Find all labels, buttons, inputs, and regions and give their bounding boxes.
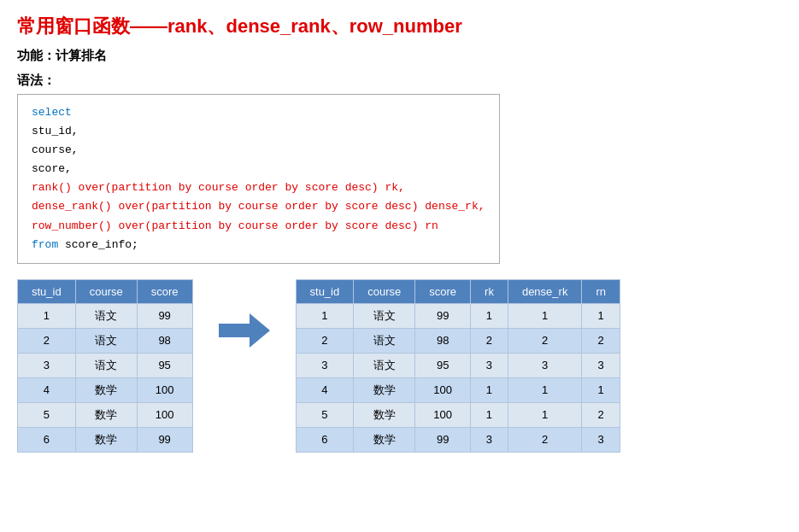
table-cell: 数学 [354, 377, 415, 402]
table-cell: 5 [296, 402, 354, 427]
table-row: 5数学100 [18, 402, 193, 427]
table-cell: 95 [137, 353, 192, 377]
right-table: stu_idcoursescorerkdense_rkrn1语文991112语文… [296, 279, 620, 453]
table-cell: 语文 [354, 353, 415, 377]
table-cell: 1 [508, 377, 581, 402]
syntax-label: 语法： [17, 73, 782, 89]
table-cell: 1 [296, 303, 354, 328]
table-row: 2语文98222 [296, 328, 620, 353]
func-desc: 计算排名 [56, 48, 107, 62]
table-cell: 3 [508, 353, 581, 377]
table-cell: 98 [137, 328, 192, 353]
code-line-6: dense_rank() over(partition by course or… [32, 197, 485, 216]
left-table: stu_idcoursescore1语文992语文983语文954数学1005数… [17, 279, 193, 453]
table-cell: 2 [508, 427, 581, 452]
right-table-header: stu_id [296, 279, 354, 303]
func-description: 功能：计算排名 [17, 48, 782, 64]
code-line-4: score, [32, 160, 485, 178]
table-row: 2语文98 [18, 328, 193, 353]
code-block: select stu_id, course, score, rank() ove… [17, 94, 500, 264]
table-cell: 2 [296, 328, 354, 353]
table-row: 1语文99111 [296, 303, 620, 328]
table-cell: 数学 [75, 427, 137, 452]
table-cell: 2 [582, 402, 620, 427]
table-cell: 100 [415, 377, 471, 402]
table-cell: 99 [415, 303, 471, 328]
left-table-header: course [75, 279, 137, 303]
table-cell: 4 [18, 377, 76, 402]
table-cell: 1 [471, 303, 508, 328]
table-cell: 数学 [354, 427, 415, 452]
code-line-2: stu_id, [32, 122, 485, 141]
left-table-wrap: stu_idcoursescore1语文992语文983语文954数学1005数… [17, 279, 193, 453]
table-cell: 语文 [75, 303, 137, 328]
right-table-wrap: stu_idcoursescorerkdense_rkrn1语文991112语文… [296, 279, 620, 453]
code-line-5: rank() over(partition by course order by… [32, 178, 485, 197]
table-row: 6数学99323 [296, 427, 620, 452]
table-row: 3语文95 [18, 353, 193, 377]
table-cell: 95 [415, 353, 471, 377]
table-cell: 98 [415, 328, 471, 353]
code-line-1: select [32, 103, 485, 122]
page-title: 常用窗口函数——rank、dense_rank、row_number [17, 14, 782, 39]
table-cell: 1 [508, 402, 581, 427]
table-cell: 100 [137, 402, 192, 427]
right-arrow-icon [219, 313, 270, 348]
table-row: 6数学99 [18, 427, 193, 452]
tables-section: stu_idcoursescore1语文992语文983语文954数学1005数… [17, 279, 782, 453]
table-row: 3语文95333 [296, 353, 620, 377]
table-cell: 1 [582, 303, 620, 328]
right-table-header: score [415, 279, 471, 303]
table-cell: 2 [582, 328, 620, 353]
table-cell: 1 [471, 377, 508, 402]
table-cell: 数学 [75, 402, 137, 427]
right-table-header: rk [471, 279, 508, 303]
table-cell: 1 [582, 377, 620, 402]
table-cell: 4 [296, 377, 354, 402]
table-cell: 1 [18, 303, 76, 328]
table-cell: 1 [471, 402, 508, 427]
table-cell: 2 [18, 328, 76, 353]
table-cell: 3 [582, 353, 620, 377]
table-cell: 3 [582, 427, 620, 452]
table-cell: 1 [508, 303, 581, 328]
table-cell: 语文 [354, 328, 415, 353]
table-cell: 99 [137, 427, 192, 452]
table-cell: 数学 [354, 402, 415, 427]
table-cell: 2 [508, 328, 581, 353]
table-cell: 5 [18, 402, 76, 427]
table-cell: 99 [415, 427, 471, 452]
table-cell: 6 [296, 427, 354, 452]
table-row: 1语文99 [18, 303, 193, 328]
table-cell: 语文 [354, 303, 415, 328]
table-cell: 3 [296, 353, 354, 377]
code-line-7: row_number() over(partition by course or… [32, 217, 485, 236]
table-cell: 3 [471, 427, 508, 452]
table-row: 4数学100 [18, 377, 193, 402]
table-cell: 100 [137, 377, 192, 402]
func-label: 功能： [17, 48, 56, 62]
code-line-3: course, [32, 141, 485, 160]
left-table-header: score [137, 279, 192, 303]
code-line-8: from score_info; [32, 236, 485, 254]
table-cell: 语文 [75, 353, 137, 377]
arrow-wrap [219, 313, 270, 348]
table-cell: 语文 [75, 328, 137, 353]
table-cell: 99 [137, 303, 192, 328]
table-cell: 6 [18, 427, 76, 452]
table-row: 5数学100112 [296, 402, 620, 427]
table-row: 4数学100111 [296, 377, 620, 402]
left-table-header: stu_id [18, 279, 76, 303]
table-cell: 数学 [75, 377, 137, 402]
table-cell: 100 [415, 402, 471, 427]
right-table-header: dense_rk [508, 279, 581, 303]
table-cell: 3 [18, 353, 76, 377]
right-table-header: rn [582, 279, 620, 303]
right-table-header: course [354, 279, 415, 303]
table-cell: 3 [471, 353, 508, 377]
table-cell: 2 [471, 328, 508, 353]
